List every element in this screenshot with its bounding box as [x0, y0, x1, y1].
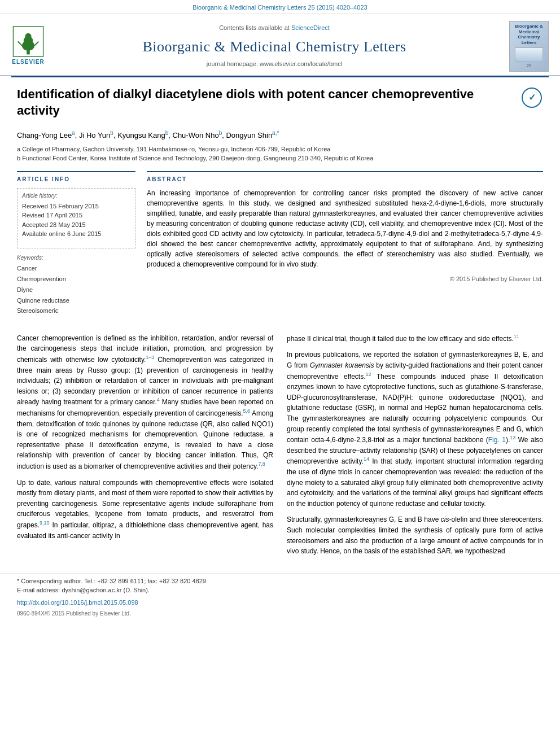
- body-para-3: phase II clinical trial, though it faile…: [287, 333, 543, 344]
- affiliations: a College of Pharmacy, Gachon University…: [17, 145, 543, 163]
- affiliation-b: b Functional Food Center, Korea Institut…: [17, 154, 543, 163]
- copyright-line: © 2015 Published by Elsevier Ltd.: [147, 275, 543, 284]
- article-info-abstract-row: ARTICLE INFO Article history: Received 1…: [17, 171, 543, 322]
- accepted-date: Accepted 28 May 2015: [22, 220, 130, 230]
- article-history: Article history: Received 15 February 20…: [22, 192, 130, 239]
- journal-banner: ELSEVIER Contents lists available at Sci…: [0, 14, 560, 76]
- elsevier-tree-icon: [11, 26, 45, 57]
- body-para-4: In previous publications, we reported th…: [287, 350, 543, 509]
- journal-header-top: Bioorganic & Medicinal Chemistry Letters…: [0, 0, 560, 14]
- body-para-2: Up to date, various natural compounds wi…: [17, 478, 273, 541]
- footnote-section: * Corresponding author. Tel.: +82 32 899…: [0, 574, 560, 596]
- keyword-stereoisomeric: Stereoisomeric: [17, 305, 135, 316]
- body-right-col: phase II clinical trial, though it faile…: [287, 333, 543, 562]
- doi-url[interactable]: http://dx.doi.org/10.1016/j.bmcl.2015.05…: [17, 599, 138, 606]
- cover-subtitle: 25: [527, 63, 531, 69]
- article-history-box: Article history: Received 15 February 20…: [17, 188, 135, 248]
- revised-date: Revised 17 April 2015: [22, 211, 130, 220]
- keyword-chemoprevention: Chemoprevention: [17, 274, 135, 285]
- author-chu-won-nho: Chu-Won Nho: [173, 131, 219, 139]
- article-info-label: ARTICLE INFO: [17, 176, 135, 184]
- keywords-group: Keywords: Cancer Chemoprevention Diyne Q…: [17, 254, 135, 316]
- elsevier-logo: ELSEVIER: [11, 26, 45, 67]
- authors-line: Chang-Yong Leea, Ji Ho Yunb, Kyungsu Kan…: [17, 129, 543, 141]
- crossmark-badge[interactable]: ✓: [520, 86, 543, 109]
- affiliation-a: a College of Pharmacy, Gachon University…: [17, 145, 543, 154]
- footer-line: 0960-894X/© 2015 Published by Elsevier L…: [0, 609, 560, 622]
- journal-main-title: Bioorganic & Medicinal Chemistry Letters: [45, 36, 504, 58]
- author-dongyun-shin: Dongyun Shin: [226, 131, 272, 139]
- author-chang-yong-lee: Chang-Yong Lee: [17, 131, 72, 139]
- body-left-col: Cancer chemoprevention is defined as the…: [17, 333, 273, 562]
- keyword-quinone-reductase: Quinone reductase: [17, 295, 135, 306]
- body-para-5: Structurally, gymnasterkoreaynes G, E an…: [287, 514, 543, 556]
- doi-line: http://dx.doi.org/10.1016/j.bmcl.2015.05…: [0, 596, 560, 609]
- svg-line-4: [18, 42, 22, 46]
- crossmark-icon: ✓: [522, 88, 542, 108]
- article-title: Identification of dialkyl diacetylene di…: [17, 86, 520, 119]
- journal-ref: Bioorganic & Medicinal Chemistry Letters…: [193, 4, 367, 11]
- journal-homepage: journal homepage: www.elsevier.com/locat…: [45, 60, 504, 69]
- body-section: Cancer chemoprevention is defined as the…: [0, 327, 560, 574]
- cover-title-label: Bioorganic &MedicinalChemistryLetters: [515, 24, 543, 45]
- body-two-col: Cancer chemoprevention is defined as the…: [17, 333, 543, 562]
- email-note: E-mail address: dyshin@gachon.ac.kr (D. …: [17, 586, 543, 595]
- abstract-text: An increasing importance of chemoprevent…: [147, 188, 543, 269]
- article-main-header: Identification of dialkyl diacetylene di…: [0, 77, 560, 327]
- elsevier-wordmark: ELSEVIER: [12, 58, 44, 67]
- body-para-1: Cancer chemoprevention is defined as the…: [17, 333, 273, 472]
- article-info-column: ARTICLE INFO Article history: Received 1…: [17, 171, 135, 322]
- author-kyungsu-kang: Kyungsu Kang: [117, 131, 165, 139]
- available-date: Available online 6 June 2015: [22, 229, 130, 239]
- svg-point-3: [25, 33, 32, 40]
- sciencedirect-link[interactable]: ScienceDirect: [291, 24, 330, 31]
- history-label: Article history:: [22, 192, 130, 200]
- author-ji-ho-yun: Ji Ho Yun: [79, 131, 110, 139]
- abstract-label: ABSTRACT: [147, 176, 543, 184]
- journal-title-center: Contents lists available at ScienceDirec…: [45, 24, 504, 69]
- corresponding-author-note: * Corresponding author. Tel.: +82 32 899…: [17, 576, 543, 586]
- sciencedirect-line: Contents lists available at ScienceDirec…: [45, 24, 504, 33]
- article-title-section: Identification of dialkyl diacetylene di…: [17, 86, 543, 123]
- issn-copyright: 0960-894X/© 2015 Published by Elsevier L…: [17, 610, 131, 617]
- journal-cover-image: Bioorganic &MedicinalChemistryLetters 25: [509, 21, 549, 72]
- keywords-list: Cancer Chemoprevention Diyne Quinone red…: [17, 263, 135, 316]
- received-date: Received 15 February 2015: [22, 202, 130, 211]
- keyword-diyne: Diyne: [17, 285, 135, 295]
- fig1-ref: Fig. 1: [488, 436, 506, 444]
- keyword-cancer: Cancer: [17, 263, 135, 274]
- keywords-label: Keywords:: [17, 254, 135, 263]
- cover-decoration: [515, 47, 543, 62]
- abstract-column: ABSTRACT An increasing importance of che…: [147, 171, 543, 322]
- svg-line-5: [34, 42, 38, 46]
